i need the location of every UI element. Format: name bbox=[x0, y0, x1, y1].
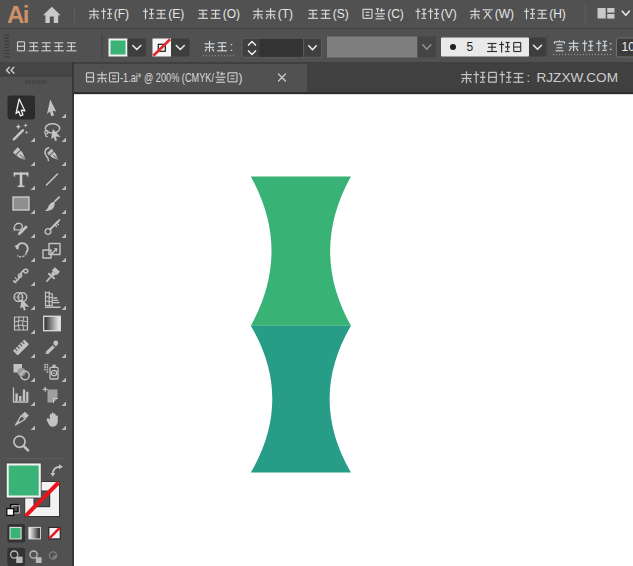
svg-text:100: 100 bbox=[622, 40, 633, 54]
svg-text:): ) bbox=[239, 71, 243, 85]
svg-text:-1.ai* @ 200% (CMYK/: -1.ai* @ 200% (CMYK/ bbox=[120, 71, 215, 85]
svg-text::: : bbox=[609, 39, 612, 53]
svg-text:(E): (E) bbox=[168, 7, 184, 21]
svg-text:(T): (T) bbox=[278, 7, 293, 21]
svg-text:(W): (W) bbox=[495, 7, 514, 21]
svg-text::: : bbox=[527, 70, 531, 85]
svg-text:5: 5 bbox=[467, 40, 474, 54]
svg-text:RJZXW.COM: RJZXW.COM bbox=[537, 70, 619, 85]
svg-text:(F): (F) bbox=[114, 7, 129, 21]
svg-text:(C): (C) bbox=[387, 7, 404, 21]
svg-text::: : bbox=[230, 40, 233, 54]
svg-text:Ai: Ai bbox=[7, 1, 28, 28]
svg-text:(V): (V) bbox=[441, 7, 457, 21]
svg-text:(O): (O) bbox=[223, 7, 240, 21]
svg-text:(S): (S) bbox=[333, 7, 349, 21]
svg-text:(H): (H) bbox=[549, 7, 566, 21]
